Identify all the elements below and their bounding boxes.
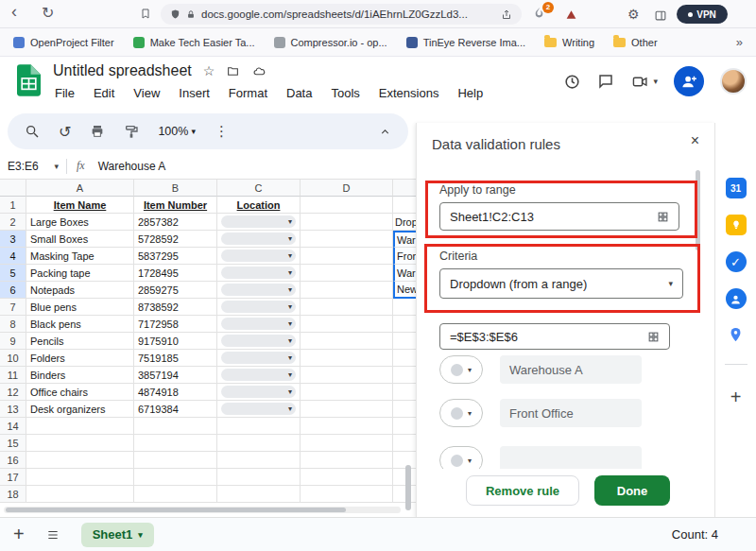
bookmark-item[interactable]: Compressor.io - op... [274, 37, 387, 48]
row-header[interactable]: 4 [0, 248, 26, 265]
cell-c[interactable]: ▾ [217, 384, 301, 401]
formula-input[interactable]: Warehouse A [98, 160, 166, 173]
more-bookmarks-chevron[interactable]: » [736, 35, 743, 49]
criteria-range-field[interactable]: =$E$3:$E$6 [439, 323, 670, 350]
bookmark-item[interactable]: Make Tech Easier Ta... [133, 37, 255, 48]
add-sheet-icon[interactable]: + [13, 524, 25, 545]
dropdown-chip[interactable]: ▾ [221, 232, 296, 245]
move-folder-icon[interactable] [226, 65, 240, 77]
cell-a[interactable] [26, 469, 134, 486]
cell-c[interactable]: ▾ [217, 231, 301, 248]
cell-b[interactable]: 3857194 [134, 367, 217, 384]
comment-icon[interactable] [597, 73, 614, 90]
cell-d[interactable] [301, 418, 393, 435]
cell-d[interactable] [301, 265, 393, 282]
cell-b[interactable]: 7519185 [134, 350, 217, 367]
cell-b[interactable]: 8738592 [134, 299, 217, 316]
cell-d[interactable] [301, 435, 393, 452]
dropdown-chip[interactable]: ▾ [221, 318, 296, 330]
cloud-status-icon[interactable] [251, 65, 267, 77]
cell-a[interactable]: Item Name [26, 197, 134, 214]
back-icon[interactable]: ‹ [11, 2, 17, 21]
bookmark-item[interactable]: TinEye Reverse Ima... [406, 37, 525, 48]
row-header[interactable]: 14 [0, 418, 26, 435]
row-header[interactable]: 5 [0, 265, 26, 282]
dropdown-chip[interactable]: ▾ [221, 335, 296, 347]
option-value-field[interactable]: Front Office [500, 399, 642, 427]
row-header[interactable]: 1 [0, 197, 26, 214]
dropdown-chip[interactable]: ▾ [221, 386, 296, 398]
cell-b[interactable]: Item Number [134, 197, 217, 214]
sheets-logo-icon[interactable] [17, 64, 41, 100]
cell-c[interactable] [217, 486, 301, 503]
cell-d[interactable] [301, 486, 393, 503]
cell-a[interactable]: Small Boxes [26, 231, 134, 248]
cell-a[interactable]: Large Boxes [26, 214, 134, 231]
row-header[interactable]: 10 [0, 350, 26, 367]
cell-c[interactable]: ▾ [217, 367, 301, 384]
cell-c[interactable]: ▾ [217, 282, 301, 299]
horizontal-scrollbar[interactable] [4, 507, 401, 513]
version-history-icon[interactable] [563, 73, 581, 91]
row-header[interactable]: 7 [0, 299, 26, 316]
bookmark-item[interactable]: OpenProject Filter [13, 37, 114, 48]
cell-b[interactable]: 2859275 [134, 282, 217, 299]
bookmark-item[interactable]: Other [613, 37, 658, 48]
cell-b[interactable]: 4874918 [134, 384, 217, 401]
menu-format[interactable]: Format [227, 85, 269, 101]
row-header[interactable]: 13 [0, 401, 26, 418]
vpn-badge[interactable]: VPN [677, 5, 728, 24]
color-selector[interactable]: ▾ [439, 399, 483, 427]
cell-b[interactable] [134, 469, 217, 486]
cell-a[interactable]: Pencils [26, 333, 134, 350]
star-icon[interactable]: ☆ [203, 63, 215, 78]
cell-c[interactable] [217, 435, 301, 452]
cell-a[interactable] [26, 435, 134, 452]
tasks-icon[interactable]: ✓ [726, 251, 747, 272]
calendar-icon[interactable]: 31 [726, 178, 747, 198]
cell-d[interactable] [301, 452, 393, 469]
cell-b[interactable] [134, 452, 217, 469]
add-addon-icon[interactable]: + [730, 387, 742, 408]
share-icon[interactable] [501, 9, 512, 21]
row-header[interactable]: 16 [0, 452, 26, 469]
search-icon[interactable] [25, 124, 40, 139]
maps-icon[interactable] [728, 325, 744, 344]
cell-a[interactable]: Desk organizers [26, 401, 134, 418]
print-icon[interactable] [90, 124, 105, 139]
cell-c[interactable] [217, 469, 301, 486]
cell-c[interactable]: ▾ [217, 299, 301, 316]
cell-c[interactable]: ▾ [217, 316, 301, 333]
cell-d[interactable] [301, 214, 393, 231]
cell-d[interactable] [301, 231, 393, 248]
cell-d[interactable] [301, 401, 393, 418]
spreadsheet-title[interactable]: Untitled spreadsheet [53, 62, 192, 79]
cell-b[interactable]: 9175910 [134, 333, 217, 350]
cell-a[interactable]: Notepads [26, 282, 134, 299]
dropdown-chip[interactable]: ▾ [221, 301, 296, 313]
keep-icon[interactable] [726, 215, 747, 235]
column-header-d[interactable]: D [301, 180, 393, 197]
sheet-tab[interactable]: Sheet1 ▾ [81, 523, 154, 547]
cell-a[interactable] [26, 486, 134, 503]
shield-icon[interactable] [170, 9, 180, 20]
grid-select-icon[interactable] [647, 331, 660, 343]
dropdown-chip[interactable]: ▾ [221, 284, 296, 296]
dropdown-chip[interactable]: ▾ [221, 267, 296, 279]
adblock-triangle-icon[interactable] [565, 7, 577, 26]
share-button[interactable] [674, 66, 704, 96]
cell-c[interactable]: ▾ [217, 350, 301, 367]
menu-extensions[interactable]: Extensions [377, 85, 441, 101]
name-box[interactable]: E3:E6 ▾ [0, 160, 66, 173]
cell-a[interactable]: Masking Tape [26, 248, 134, 265]
cell-a[interactable] [26, 418, 134, 435]
done-button[interactable]: Done [594, 475, 670, 506]
cell-b[interactable]: 1728495 [134, 265, 217, 282]
cell-a[interactable]: Folders [26, 350, 134, 367]
horizontal-scrollbar-thumb[interactable] [6, 508, 346, 512]
dropdown-chip[interactable]: ▾ [221, 403, 296, 415]
cell-d[interactable] [301, 248, 393, 265]
cell-b[interactable]: 2857382 [134, 214, 217, 231]
menu-tools[interactable]: Tools [329, 85, 361, 101]
cell-a[interactable] [26, 452, 134, 469]
